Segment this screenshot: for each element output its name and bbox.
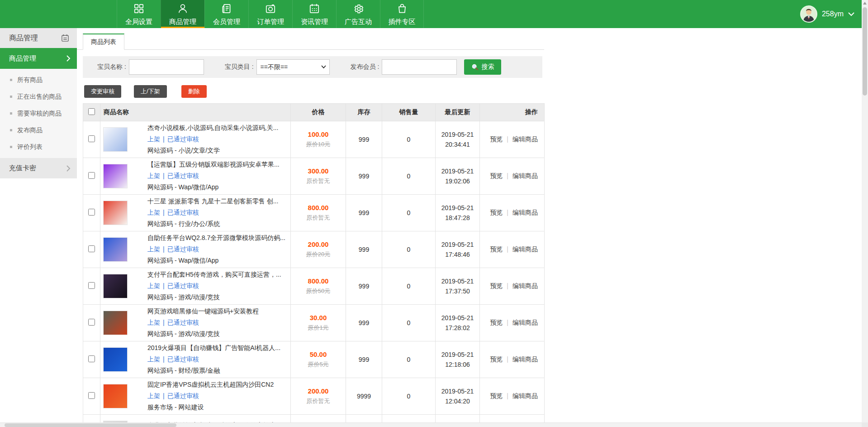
separator: | (507, 392, 508, 399)
row-checkbox[interactable] (88, 282, 95, 289)
edit-product-link[interactable]: 编辑商品 (512, 282, 538, 289)
preview-link[interactable]: 预览 (490, 135, 503, 143)
separator: | (507, 319, 508, 326)
row-checkbox[interactable] (88, 392, 95, 399)
edit-product-link[interactable]: 编辑商品 (512, 355, 538, 363)
delete-button[interactable]: 删除 (181, 85, 207, 98)
row-checkbox[interactable] (88, 172, 95, 179)
tab-product-list[interactable]: 商品列表 (83, 34, 124, 50)
product-category: 网站源码 - 行业/办公/系统 (147, 220, 278, 228)
vertical-scrollbar-thumb[interactable] (863, 7, 867, 96)
separator: | (507, 172, 508, 179)
bag-icon (396, 3, 408, 16)
nav-item-plugin-zone[interactable]: 插件专区 (380, 0, 424, 28)
product-thumbnail (103, 237, 128, 262)
audited-link[interactable]: 已通过审核 (167, 282, 199, 289)
horizontal-scrollbar[interactable] (0, 422, 862, 427)
nav-item-ad-interaction[interactable]: 广告互动 (336, 0, 380, 28)
row-checkbox[interactable] (88, 135, 95, 142)
preview-link[interactable]: 预览 (490, 245, 503, 253)
product-title: 网页游戏暗黑修仙一键端源码+安装教程 (147, 307, 259, 316)
sidebar-item-all-products[interactable]: 所有商品 (0, 72, 77, 88)
on-shelf-link[interactable]: 上架 (147, 319, 160, 326)
on-shelf-link[interactable]: 上架 (147, 392, 160, 399)
audited-link[interactable]: 已通过审核 (167, 355, 199, 363)
audited-link[interactable]: 已通过审核 (167, 319, 199, 326)
sidebar-item-on-sale-products[interactable]: 正在出售的商品 (0, 88, 77, 105)
sidebar-item-label: 正在出售的商品 (17, 93, 62, 101)
table-header-row: 商品名称 价格 库存 销售量 最后更新 操作 (83, 104, 545, 121)
product-name-input[interactable] (129, 59, 204, 75)
search-icon (471, 63, 479, 71)
separator: | (507, 245, 508, 253)
on-shelf-link[interactable]: 上架 (147, 282, 160, 289)
preview-link[interactable]: 预览 (490, 392, 503, 399)
row-checkbox[interactable] (88, 355, 95, 362)
nav-item-news-management[interactable]: 资讯管理 (292, 0, 336, 28)
preview-link[interactable]: 预览 (490, 209, 503, 216)
product-category: 网站源码 - 游戏/动漫/竞技 (147, 293, 281, 302)
audited-link[interactable]: 已通过审核 (167, 209, 199, 216)
product-category: 服务市场 - 网站建设 (147, 403, 274, 412)
product-stock: 999 (346, 121, 382, 158)
separator: | (163, 319, 165, 326)
audited-link[interactable]: 已通过审核 (167, 135, 199, 143)
product-category: 网站源码 - 游戏/动漫/竞技 (147, 330, 259, 338)
edit-product-link[interactable]: 编辑商品 (512, 245, 538, 253)
edit-product-link[interactable]: 编辑商品 (512, 209, 538, 216)
nav-item-member-management[interactable]: 会员管理 (204, 0, 248, 28)
sidebar-item-product-management-active[interactable]: 商品管理 (0, 48, 77, 69)
edit-product-link[interactable]: 编辑商品 (512, 392, 538, 399)
sidebar-item-recharge-cards[interactable]: 充值卡密 (0, 158, 77, 178)
row-checkbox[interactable] (88, 209, 95, 216)
category-select[interactable]: ==不限== (256, 59, 330, 75)
preview-link[interactable]: 预览 (490, 319, 503, 326)
sidebar-item-pending-audit-products[interactable]: 需要审核的商品 (0, 105, 77, 122)
nav-menu: 全局设置 商品管理 会员管理 订单管理 资讯管理 广告互动 插件专区 (117, 0, 424, 28)
edit-product-link[interactable]: 编辑商品 (512, 172, 538, 179)
product-price: 30.00 (291, 314, 346, 321)
on-off-shelf-button[interactable]: 上/下架 (134, 85, 167, 98)
update-date: 2019-05-21 (436, 130, 479, 139)
sidebar-item-label: 发布商品 (17, 126, 43, 134)
on-shelf-link[interactable]: 上架 (147, 245, 160, 253)
audited-link[interactable]: 已通过审核 (167, 172, 199, 179)
sidebar-item-publish-product[interactable]: 发布商品 (0, 122, 77, 139)
product-category: 网站源码 - Wap/微信/App (147, 183, 280, 192)
product-title: 杰奇小说模板,小说源码,自动采集小说源码,关... (147, 124, 278, 132)
audited-link[interactable]: 已通过审核 (167, 245, 199, 253)
on-shelf-link[interactable]: 上架 (147, 172, 160, 179)
on-shelf-link[interactable]: 上架 (147, 209, 160, 216)
edit-product-link[interactable]: 编辑商品 (512, 135, 538, 143)
product-name-label: 宝贝名称 : (97, 63, 126, 71)
user-menu[interactable]: 258ym (800, 0, 854, 28)
nav-item-label: 全局设置 (125, 18, 152, 25)
change-audit-button[interactable]: 变更审核 (84, 85, 121, 98)
search-button[interactable]: 搜索 (464, 59, 501, 75)
nav-item-product-management[interactable]: 商品管理 (161, 0, 204, 28)
update-time: 12:18:06 (436, 360, 479, 369)
select-all-checkbox[interactable] (88, 108, 95, 115)
horizontal-scrollbar-thumb[interactable] (5, 423, 176, 427)
row-checkbox[interactable] (88, 245, 95, 252)
product-title: 十三星 派派新零售 九星十二星创客新零售 创... (147, 197, 278, 206)
sidebar-item-label: 评价列表 (17, 143, 43, 151)
edit-product-link[interactable]: 编辑商品 (512, 319, 538, 326)
preview-link[interactable]: 预览 (490, 282, 503, 289)
product-title: 支付平台配套H5传奇游戏，购买可直接运营，... (147, 271, 281, 279)
on-shelf-link[interactable]: 上架 (147, 355, 160, 363)
product-category: 网站源码 - 财经/股票/金融 (147, 367, 280, 375)
nav-item-global-settings[interactable]: 全局设置 (117, 0, 161, 28)
nav-item-order-management[interactable]: 订单管理 (248, 0, 292, 28)
publisher-input[interactable] (382, 59, 457, 75)
chevron-right-icon (66, 55, 71, 62)
sidebar-item-review-list[interactable]: 评价列表 (0, 139, 77, 155)
original-price: 原价50元 (291, 287, 346, 295)
preview-link[interactable]: 预览 (490, 172, 503, 179)
audited-link[interactable]: 已通过审核 (167, 392, 199, 399)
row-checkbox[interactable] (88, 319, 95, 326)
on-shelf-link[interactable]: 上架 (147, 135, 160, 143)
col-header-operate: 操作 (480, 104, 545, 121)
vertical-scrollbar[interactable] (862, 0, 868, 422)
preview-link[interactable]: 预览 (490, 355, 503, 363)
